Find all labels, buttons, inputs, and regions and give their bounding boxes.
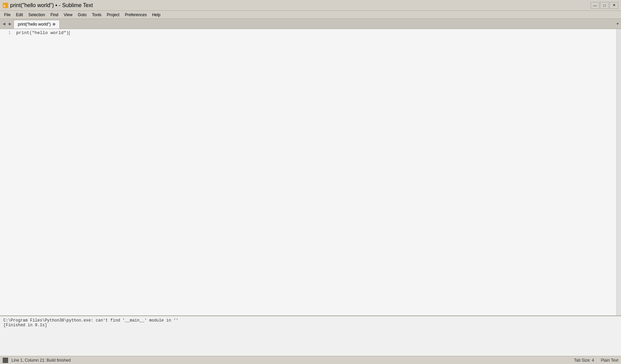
- title-bar: S print("hello world") • - Sublime Text …: [0, 0, 621, 11]
- line-number-1: 1: [0, 30, 11, 35]
- syntax-indicator[interactable]: Plain Text: [601, 358, 618, 363]
- menu-item-project[interactable]: Project: [104, 12, 122, 18]
- vertical-scrollbar[interactable]: [616, 29, 621, 315]
- menu-item-file[interactable]: File: [1, 12, 13, 18]
- console-line-1: C:\Program Files\Python38\python.exe: ca…: [3, 318, 618, 323]
- svg-rect-2: [3, 358, 8, 363]
- tab-dropdown-button[interactable]: ▼: [614, 19, 621, 29]
- window-controls: — □ ✕: [591, 2, 618, 9]
- svg-text:S: S: [3, 4, 5, 8]
- tab-prev-button[interactable]: ◀: [1, 21, 7, 27]
- title-left: S print("hello world") • - Sublime Text: [3, 2, 93, 8]
- active-tab[interactable]: print("hello world"): [14, 20, 60, 29]
- menu-item-find[interactable]: Find: [48, 12, 61, 18]
- tab-size-indicator[interactable]: Tab Size: 4: [574, 358, 594, 363]
- code-text: print("hello world"): [16, 30, 69, 35]
- editor-container: 1 print("hello world"): [0, 29, 621, 315]
- title-text: print("hello world") • - Sublime Text: [10, 2, 93, 8]
- tab-modified-indicator: [53, 23, 55, 26]
- app-icon: S: [3, 3, 8, 8]
- status-right: Tab Size: 4 Plain Text: [574, 358, 618, 363]
- menu-item-tools[interactable]: Tools: [89, 12, 104, 18]
- minimize-button[interactable]: —: [591, 2, 599, 9]
- close-button[interactable]: ✕: [610, 2, 618, 9]
- tab-bar: ◀ ▶ print("hello world") ▼: [0, 19, 621, 29]
- status-left: Line 1, Column 21: Build finished: [3, 358, 71, 363]
- tab-label: print("hello world"): [18, 22, 51, 27]
- maximize-button[interactable]: □: [600, 2, 609, 9]
- menu-item-goto[interactable]: Goto: [75, 12, 89, 18]
- line-numbers: 1: [0, 29, 14, 315]
- text-cursor: [69, 31, 70, 35]
- menu-bar: FileEditSelectionFindViewGotoToolsProjec…: [0, 11, 621, 19]
- editor-content[interactable]: print("hello world"): [14, 29, 616, 315]
- menu-item-selection[interactable]: Selection: [26, 12, 48, 18]
- menu-item-help[interactable]: Help: [150, 12, 163, 18]
- status-text: Line 1, Column 21: Build finished: [11, 358, 71, 363]
- status-icon: [3, 358, 8, 363]
- console-panel: C:\Program Files\Python38\python.exe: ca…: [0, 315, 621, 356]
- code-line-1: print("hello world"): [16, 30, 616, 35]
- menu-item-view[interactable]: View: [61, 12, 75, 18]
- tab-next-button[interactable]: ▶: [7, 21, 13, 27]
- menu-item-preferences[interactable]: Preferences: [122, 12, 150, 18]
- console-line-2: [Finished in 0.1s]: [3, 323, 618, 328]
- tab-nav: ◀ ▶: [1, 19, 13, 29]
- status-bar: Line 1, Column 21: Build finished Tab Si…: [0, 356, 621, 364]
- menu-item-edit[interactable]: Edit: [13, 12, 26, 18]
